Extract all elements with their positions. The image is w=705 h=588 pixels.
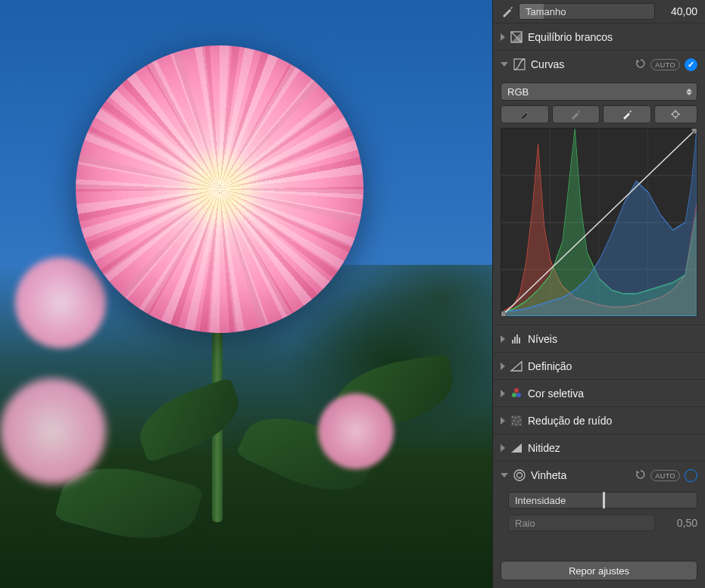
- white-balance-icon: [510, 30, 523, 44]
- vignette-radius-value: 0,50: [660, 517, 697, 529]
- disclosure-levels[interactable]: [501, 335, 505, 343]
- add-point-picker[interactable]: [654, 105, 697, 123]
- photo-flower-main: [76, 45, 363, 333]
- selective-color-label: Cor seletiva: [528, 387, 697, 400]
- noise-reduction-label: Redução de ruído: [528, 415, 697, 427]
- photo-flower-bg: [0, 378, 106, 484]
- histogram-chart: [501, 129, 697, 316]
- curves-enable-toggle[interactable]: [685, 58, 697, 71]
- curves-channel-select[interactable]: RGB: [501, 82, 697, 101]
- black-point-picker[interactable]: [501, 105, 549, 123]
- definition-icon: [510, 359, 523, 373]
- noise-reduction-icon: [510, 414, 523, 428]
- adjustments-sidebar: Tamanho 40,00 Equilíbrio brancos Curvas …: [492, 0, 705, 588]
- vignette-radius-label: Raio: [515, 515, 535, 530]
- svg-point-18: [512, 416, 513, 418]
- vignette-auto-button[interactable]: AUTO: [650, 470, 680, 481]
- disclosure-definition[interactable]: [501, 362, 505, 370]
- selective-color-icon: [510, 387, 523, 400]
- levels-label: Níveis: [528, 333, 697, 345]
- curves-histogram[interactable]: [501, 128, 697, 317]
- vignette-label: Vinheta: [531, 469, 631, 481]
- chevron-updown-icon: [686, 89, 692, 95]
- disclosure-white-balance[interactable]: [501, 33, 505, 41]
- svg-point-14: [514, 388, 519, 393]
- size-label: Tamanho: [526, 4, 566, 19]
- svg-point-28: [517, 473, 523, 478]
- disclosure-sharpen[interactable]: [501, 444, 505, 452]
- curves-channel-value: RGB: [507, 86, 529, 98]
- white-balance-label: Equilíbrio brancos: [528, 31, 697, 43]
- svg-point-22: [517, 421, 519, 422]
- svg-point-21: [513, 420, 515, 422]
- definition-label: Definição: [528, 360, 697, 372]
- vignette-radius-slider[interactable]: Raio: [508, 515, 655, 531]
- photo-flower-bg: [15, 257, 106, 348]
- curves-label: Curvas: [531, 58, 631, 70]
- svg-point-2: [673, 112, 678, 117]
- levels-icon: [510, 332, 523, 346]
- vignette-icon: [513, 468, 526, 482]
- svg-rect-12: [516, 334, 518, 344]
- svg-point-19: [515, 417, 516, 418]
- brush-size-icon: [501, 5, 514, 18]
- curves-auto-button[interactable]: AUTO: [650, 59, 680, 70]
- svg-rect-13: [519, 338, 520, 344]
- size-slider[interactable]: Tamanho: [519, 3, 655, 20]
- vignette-reset-icon[interactable]: [635, 469, 646, 482]
- svg-rect-11: [514, 337, 516, 344]
- size-value: 40,00: [660, 5, 697, 17]
- svg-point-25: [516, 424, 517, 425]
- svg-point-15: [512, 393, 516, 397]
- disclosure-noise-reduction[interactable]: [501, 417, 505, 425]
- gray-point-picker[interactable]: [552, 105, 600, 123]
- curves-panel: RGB: [493, 78, 705, 325]
- sharpen-label: Nitidez: [528, 442, 697, 454]
- svg-point-20: [518, 416, 519, 418]
- curves-reset-icon[interactable]: [635, 58, 646, 71]
- svg-point-24: [512, 423, 513, 425]
- disclosure-selective-color[interactable]: [501, 390, 505, 397]
- vignette-enable-toggle[interactable]: [685, 469, 697, 482]
- vignette-intensity-slider[interactable]: Intensidade: [508, 492, 697, 509]
- svg-point-26: [519, 424, 521, 425]
- sharpen-icon: [510, 441, 523, 455]
- disclosure-curves[interactable]: [501, 62, 508, 67]
- svg-rect-10: [512, 340, 513, 344]
- vignette-intensity-label: Intensidade: [515, 493, 566, 508]
- disclosure-vignette[interactable]: [501, 473, 508, 478]
- photo-canvas[interactable]: [0, 0, 492, 588]
- white-point-picker[interactable]: [603, 105, 651, 123]
- svg-point-23: [519, 419, 521, 421]
- svg-point-16: [516, 393, 521, 397]
- curves-icon: [513, 58, 526, 71]
- photo-flower-bg: [318, 394, 394, 469]
- reset-adjustments-button[interactable]: Repor ajustes: [501, 561, 697, 580]
- svg-point-27: [514, 470, 525, 481]
